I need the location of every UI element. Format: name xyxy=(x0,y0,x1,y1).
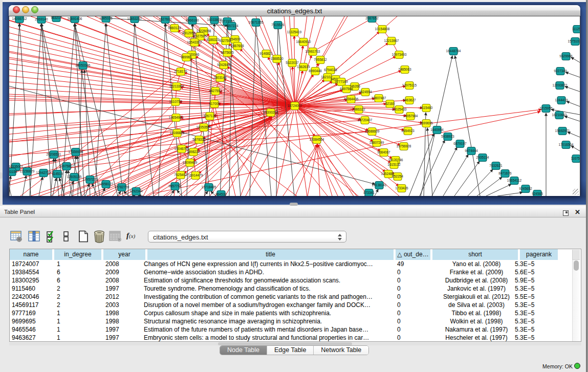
svg-text:7357224: 7357224 xyxy=(225,24,238,28)
svg-text:16448784: 16448784 xyxy=(446,49,461,53)
svg-text:8427552: 8427552 xyxy=(209,89,222,93)
svg-text:14138141: 14138141 xyxy=(372,183,387,187)
svg-text:116753: 116753 xyxy=(571,157,580,160)
svg-text:7632621: 7632621 xyxy=(489,164,503,167)
svg-text:9777169: 9777169 xyxy=(335,80,348,83)
svg-text:9245652: 9245652 xyxy=(519,187,532,190)
svg-text:1527602: 1527602 xyxy=(159,17,172,21)
svg-text:9227349: 9227349 xyxy=(554,69,567,73)
svg-text:5938923: 5938923 xyxy=(441,135,454,138)
svg-text:19756928: 19756928 xyxy=(397,144,411,148)
svg-text:10853257: 10853257 xyxy=(127,17,142,20)
svg-text:964532: 964532 xyxy=(215,192,227,196)
svg-text:6879197: 6879197 xyxy=(453,142,467,145)
svg-text:3267130: 3267130 xyxy=(203,114,216,118)
svg-text:9860124: 9860124 xyxy=(168,26,181,30)
svg-text:154609: 154609 xyxy=(229,37,241,41)
svg-text:9242848: 9242848 xyxy=(217,63,230,67)
svg-text:10961763: 10961763 xyxy=(306,50,320,53)
svg-text:10154808: 10154808 xyxy=(375,27,390,31)
svg-text:12213967: 12213967 xyxy=(384,39,399,42)
svg-text:10973493: 10973493 xyxy=(392,53,407,56)
svg-text:18724007: 18724007 xyxy=(288,104,302,107)
svg-text:20206531: 20206531 xyxy=(47,152,61,156)
svg-text:9463627: 9463627 xyxy=(403,98,416,102)
svg-text:12505135: 12505135 xyxy=(67,175,82,179)
svg-text:19353594: 19353594 xyxy=(197,125,211,129)
svg-text:19384554: 19384554 xyxy=(310,138,324,141)
svg-text:12942737: 12942737 xyxy=(36,171,51,174)
svg-text:11325419: 11325419 xyxy=(287,30,302,34)
svg-text:7955812: 7955812 xyxy=(314,58,327,61)
svg-text:2867608: 2867608 xyxy=(231,44,244,48)
svg-text:6497568: 6497568 xyxy=(340,87,353,91)
svg-text:10807487: 10807487 xyxy=(372,96,386,100)
svg-text:18807249: 18807249 xyxy=(369,141,384,144)
svg-text:3624554: 3624554 xyxy=(359,90,372,94)
svg-text:30975867: 30975867 xyxy=(59,164,74,168)
svg-text:17016504: 17016504 xyxy=(559,143,574,146)
svg-text:15720407: 15720407 xyxy=(358,118,373,122)
svg-text:16782759: 16782759 xyxy=(115,185,129,189)
svg-text:2935114: 2935114 xyxy=(476,156,489,159)
svg-text:10654112: 10654112 xyxy=(507,179,522,182)
svg-text:16640910: 16640910 xyxy=(296,40,311,43)
svg-text:1610755: 1610755 xyxy=(169,100,182,103)
svg-text:16210643: 16210643 xyxy=(552,113,567,117)
svg-text:963217: 963217 xyxy=(51,16,62,19)
svg-text:5878332: 5878332 xyxy=(192,138,206,141)
svg-text:6794028: 6794028 xyxy=(324,68,337,72)
svg-text:9084067: 9084067 xyxy=(377,150,390,154)
svg-text:8990448: 8990448 xyxy=(309,69,322,73)
svg-text:12093872: 12093872 xyxy=(553,83,568,87)
svg-text:62160: 62160 xyxy=(385,102,395,105)
svg-text:9329966: 9329966 xyxy=(559,54,573,58)
svg-text:9146821: 9146821 xyxy=(259,52,273,55)
svg-text:16033809: 16033809 xyxy=(207,18,222,21)
svg-text:873341: 873341 xyxy=(363,191,375,194)
svg-text:2087652: 2087652 xyxy=(365,16,379,20)
svg-text:9857791: 9857791 xyxy=(168,184,182,188)
svg-text:19654983: 19654983 xyxy=(169,116,184,119)
svg-text:14099489: 14099489 xyxy=(183,161,198,164)
svg-text:111256: 111256 xyxy=(572,27,580,31)
svg-text:19166825: 19166825 xyxy=(170,131,185,135)
svg-text:252254: 252254 xyxy=(392,174,403,178)
svg-text:10025433: 10025433 xyxy=(392,107,407,111)
svg-text:1654923: 1654923 xyxy=(401,129,415,133)
svg-text:10671355: 10671355 xyxy=(249,20,264,24)
svg-text:20691406: 20691406 xyxy=(68,17,82,20)
svg-text:1615132: 1615132 xyxy=(387,163,401,166)
svg-text:20364436: 20364436 xyxy=(344,97,359,101)
svg-text:1244419: 1244419 xyxy=(555,98,568,102)
svg-text:12975115: 12975115 xyxy=(402,83,417,87)
svg-text:9699695: 9699695 xyxy=(420,121,433,125)
svg-text:9115460: 9115460 xyxy=(420,106,433,110)
svg-text:1292344: 1292344 xyxy=(129,189,143,193)
svg-text:8186323: 8186323 xyxy=(206,38,220,41)
svg-text:28053346: 28053346 xyxy=(76,63,91,67)
svg-text:3215955: 3215955 xyxy=(539,106,553,110)
svg-text:14055712: 14055712 xyxy=(12,17,27,20)
svg-text:1640954: 1640954 xyxy=(430,128,444,132)
svg-text:7485063: 7485063 xyxy=(398,68,411,71)
svg-text:17359934: 17359934 xyxy=(69,150,83,154)
svg-text:1362615: 1362615 xyxy=(297,65,310,69)
svg-text:417006: 417006 xyxy=(209,102,220,105)
svg-text:7986322: 7986322 xyxy=(352,107,365,111)
svg-text:1085325: 1085325 xyxy=(99,16,113,20)
svg-text:2069140: 2069140 xyxy=(35,17,48,21)
svg-text:2718176: 2718176 xyxy=(174,70,187,73)
svg-text:10958127: 10958127 xyxy=(99,182,114,186)
svg-text:8471676: 8471676 xyxy=(498,171,512,175)
svg-text:15692971: 15692971 xyxy=(555,129,570,133)
svg-text:1733426: 1733426 xyxy=(395,186,408,190)
svg-text:3498222: 3498222 xyxy=(187,150,200,154)
svg-text:114519: 114519 xyxy=(52,172,63,176)
svg-text:393154: 393154 xyxy=(9,170,17,173)
svg-text:2803144: 2803144 xyxy=(213,76,227,79)
svg-text:12213369: 12213369 xyxy=(169,84,184,88)
svg-text:924565: 924565 xyxy=(532,192,543,195)
svg-text:9474444: 9474444 xyxy=(465,149,478,152)
svg-text:10688609: 10688609 xyxy=(365,129,380,133)
